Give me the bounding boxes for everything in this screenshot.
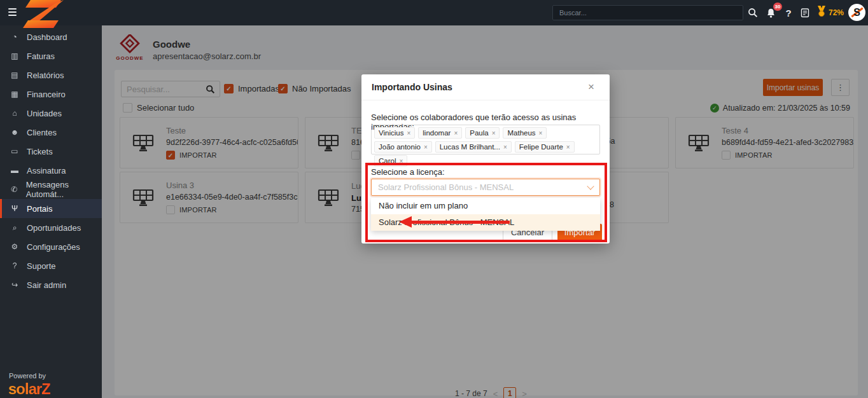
collaborator-tag: Carol× [374,155,407,167]
gamification-score[interactable]: 72% [817,6,844,19]
remove-tag-icon[interactable]: × [503,144,507,151]
logout-icon: ↪ [10,280,20,289]
remove-tag-icon[interactable]: × [492,130,496,137]
dashboard-icon: ◔ [10,32,20,41]
menu-toggle-icon[interactable] [8,8,17,16]
sidebar-item-clientes[interactable]: ☻Clientes [0,123,102,142]
clients-icon: ☻ [10,128,20,137]
reports-icon: ▤ [10,71,20,79]
remove-tag-icon[interactable]: × [539,130,543,137]
license-selected-value: Solarz Profissional Bônus - MENSAL [378,182,588,192]
global-search-input[interactable] [553,6,743,20]
solarz-z-logo [22,0,67,30]
chevron-down-icon [587,182,594,189]
sidebar-item-oportunidades[interactable]: ⌕Oportunidades [0,218,102,237]
remove-tag-icon[interactable]: × [407,130,410,137]
solarz-wordmark: solarZ [8,380,50,398]
remove-tag-icon[interactable]: × [424,144,428,151]
sidebar-item-assinatura[interactable]: ▬Assinatura [0,161,102,180]
medal-icon [817,6,826,19]
home-icon: ⌂ [10,109,20,118]
collaborator-tag: Matheus× [503,127,547,139]
license-dropdown: Não incluir em um plano Solarz Profissio… [371,198,600,231]
news-clipboard-icon[interactable] [798,6,812,20]
remove-tag-icon[interactable]: × [566,144,570,151]
score-value: 72% [829,8,844,17]
help-icon[interactable]: ? [781,6,795,20]
sidebar-item-relatorios[interactable]: ▤Relatórios [0,65,102,85]
search-icon[interactable] [746,6,760,20]
sidebar-item-sair-admin[interactable]: ↪Sair admin [0,275,102,294]
account-avatar[interactable]: S [848,4,865,21]
collaborator-tag: lindomar× [418,127,462,139]
plug-icon: Ψ [10,204,20,213]
importando-usinas-modal: Importando Usinas × Selecione os colabor… [361,74,610,244]
sidebar: ◔Dashboard ▥Faturas ▤Relatórios ▦Finance… [0,25,102,398]
card-icon: ▬ [10,166,20,175]
collaborator-tag: Paula× [465,127,500,139]
option-nao-incluir[interactable]: Não incluir em um plano [371,198,600,214]
gear-icon: ⚙ [10,242,20,251]
sidebar-item-financeiro[interactable]: ▦Financeiro [0,85,102,104]
sidebar-item-portais[interactable]: ΨPortais [0,199,102,218]
global-search[interactable] [552,5,743,20]
option-solarz-profissional-bonus[interactable]: Solarz Profissional Bônus - MENSAL [371,214,600,231]
sidebar-item-unidades[interactable]: ⌂Unidades [0,104,102,123]
notifications-bell-icon[interactable]: 30 [764,6,778,20]
notification-badge: 30 [773,3,782,11]
topbar: 30 ? 72% S [0,0,868,25]
sidebar-item-dashboard[interactable]: ◔Dashboard [0,27,102,46]
whatsapp-icon: ✆ [10,185,19,194]
sidebar-item-suporte[interactable]: ?Suporte [0,256,102,275]
sidebar-item-faturas[interactable]: ▥Faturas [0,46,102,65]
powered-by-label: Powered by [9,372,46,380]
remove-tag-icon[interactable]: × [454,130,458,137]
collaborator-tag: Vinicius× [374,127,415,139]
finance-icon: ▦ [10,90,20,99]
avatar-letter: S [853,7,860,18]
collaborator-tag: João antonio× [374,141,432,153]
license-select[interactable]: Solarz Profissional Bônus - MENSAL [371,179,600,196]
magnifier-icon: ⌕ [10,223,20,232]
close-icon[interactable]: × [588,81,594,93]
ticket-icon: ▭ [10,147,20,156]
collaborators-multiselect[interactable]: Vinicius× lindomar× Paula× Matheus× João… [371,125,600,154]
collaborator-tag: Lucas M Brilhant...× [435,141,512,153]
sidebar-item-tickets[interactable]: ▭Tickets [0,142,102,161]
sidebar-item-mensagens[interactable]: ✆Mensagens Automát... [0,180,102,199]
collaborator-tag: Felipe Duarte× [515,141,575,153]
remove-tag-icon[interactable]: × [399,158,403,165]
sidebar-item-configuracoes[interactable]: ⚙Configurações [0,237,102,256]
question-icon: ? [10,261,20,270]
invoices-icon: ▥ [10,51,20,60]
license-label: Selecione a licença: [371,167,445,177]
modal-title: Importando Usinas [372,82,588,92]
